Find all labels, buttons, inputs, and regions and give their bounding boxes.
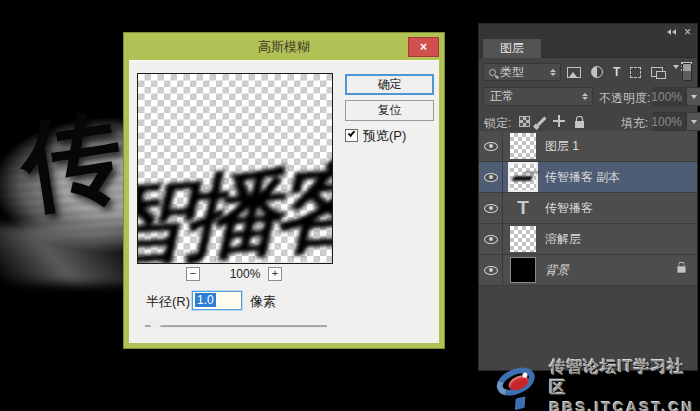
itcast-logo-icon — [489, 355, 553, 411]
layer-row-background[interactable]: 背景 — [479, 255, 697, 286]
layer-row-copy-selected[interactable]: 传智播客 副本 — [479, 162, 697, 193]
filter-smart-object-icon[interactable] — [651, 67, 663, 77]
panel-topstrip: × — [479, 24, 697, 39]
filter-type-label: 类型 — [500, 64, 524, 81]
layer-list: 图层 1 传智播客 副本 T 传智播客 溶解层 — [479, 131, 697, 286]
visibility-cell[interactable] — [479, 193, 503, 223]
filter-type-layers-icon[interactable]: T — [613, 66, 620, 78]
fill-value[interactable]: 100% — [653, 112, 686, 131]
filter-pixel-layers-icon[interactable] — [567, 67, 581, 78]
eye-icon — [484, 235, 498, 244]
watermark: 传智论坛IT学习社区 BBS.ITCAST.CN — [494, 357, 700, 411]
layers-panel: × 图层 类型 T 正常 — [478, 23, 698, 371]
collapse-panel-icon[interactable] — [667, 29, 676, 35]
lock-image-pixels-icon[interactable] — [537, 116, 547, 126]
layer-row-dissolve[interactable]: 溶解层 — [479, 224, 697, 255]
eye-icon — [484, 204, 498, 213]
blend-mode-value: 正常 — [490, 88, 514, 105]
lock-all-icon[interactable] — [575, 121, 584, 128]
panel-tabbar: 图层 — [479, 39, 697, 58]
layer-name: 背景 — [545, 262, 569, 279]
watermark-line2: BBS.ITCAST.CN — [549, 399, 700, 411]
layer-thumbnail[interactable] — [510, 133, 536, 159]
layer-thumbnail[interactable] — [510, 226, 536, 252]
photoshop-screenshot: 传 高斯模糊 × 智播客 − 100% + 半径(R): 1.0 像素 确定 复… — [0, 0, 700, 411]
panel-close-icon[interactable]: × — [684, 27, 691, 37]
radius-input[interactable]: 1.0 — [192, 291, 242, 310]
visibility-cell[interactable] — [479, 255, 503, 285]
filter-shape-layers-icon[interactable] — [630, 67, 641, 78]
preview-checkbox[interactable] — [345, 129, 358, 142]
blur-preview-area[interactable]: 智播客 — [137, 73, 333, 264]
dialog-titlebar[interactable]: 高斯模糊 — [124, 33, 444, 60]
blurred-preview-text: 智播客 — [137, 157, 333, 264]
opacity-value[interactable]: 100% — [653, 87, 686, 106]
text-layer-icon[interactable]: T — [510, 197, 536, 219]
fill-label: 填充: — [621, 115, 648, 132]
radius-slider-track[interactable] — [145, 325, 327, 328]
layer-thumbnail[interactable] — [510, 164, 536, 190]
ok-button[interactable]: 确定 — [345, 74, 434, 95]
thumbnail-content — [512, 176, 534, 181]
radius-label: 半径(R): — [146, 293, 194, 311]
layer-row-layer1[interactable]: 图层 1 — [479, 131, 697, 162]
background-lock-icon — [677, 266, 685, 272]
filter-row: 类型 T — [479, 61, 697, 85]
lock-position-icon[interactable] — [553, 115, 565, 127]
visibility-cell[interactable] — [479, 224, 503, 254]
watermark-line1: 传智论坛IT学习社区 — [549, 357, 700, 399]
radius-value-selected: 1.0 — [195, 293, 216, 307]
search-icon — [489, 69, 496, 76]
tab-layers[interactable]: 图层 — [483, 39, 541, 58]
lock-transparent-pixels-icon[interactable] — [519, 116, 530, 127]
gaussian-blur-dialog: 高斯模糊 × 智播客 − 100% + 半径(R): 1.0 像素 确定 复位 … — [123, 32, 445, 349]
dialog-body: 智播客 − 100% + 半径(R): 1.0 像素 确定 复位 预览(P) — [129, 60, 439, 343]
blend-row: 正常 不透明度: 100% — [479, 86, 697, 111]
canvas-text: 传 — [15, 103, 129, 217]
filter-type-dropdown[interactable]: 类型 — [483, 63, 561, 81]
visibility-cell[interactable] — [479, 131, 503, 161]
zoom-out-button[interactable]: − — [186, 267, 200, 281]
checkbox-check-icon — [348, 129, 356, 137]
visibility-cell[interactable] — [479, 162, 503, 192]
fill-dropdown-arrow[interactable] — [686, 112, 700, 131]
zoom-in-button[interactable]: + — [268, 267, 282, 281]
reset-button[interactable]: 复位 — [345, 100, 434, 121]
preview-checkbox-label: 预览(P) — [363, 127, 406, 145]
dialog-close-button[interactable]: × — [408, 37, 439, 57]
layer-name: 传智播客 副本 — [545, 169, 620, 186]
layer-thumbnail[interactable] — [510, 257, 536, 283]
layer-row-text[interactable]: T 传智播客 — [479, 193, 697, 224]
layer-name: 图层 1 — [545, 138, 579, 155]
lock-label: 锁定: — [484, 115, 511, 132]
dropdown-arrows-icon — [550, 69, 556, 76]
opacity-label: 不透明度: — [599, 90, 650, 107]
radius-unit-label: 像素 — [250, 293, 276, 311]
eye-icon — [484, 142, 498, 151]
opacity-dropdown-arrow[interactable] — [686, 87, 700, 106]
filter-toggle-switch[interactable] — [682, 63, 692, 81]
blend-mode-dropdown[interactable]: 正常 — [483, 87, 593, 106]
filter-adjustment-layers-icon[interactable] — [591, 66, 603, 78]
eye-icon — [484, 173, 498, 182]
eye-icon — [484, 266, 498, 275]
layer-name: 溶解层 — [545, 231, 581, 248]
dropdown-arrows-icon — [582, 93, 588, 100]
layer-name: 传智播客 — [545, 200, 593, 217]
